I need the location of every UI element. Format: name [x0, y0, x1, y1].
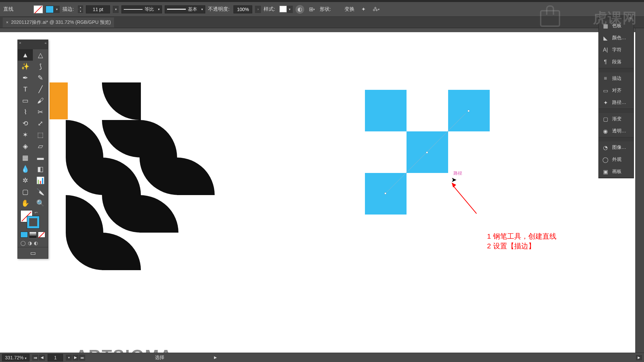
opacity-input[interactable]: 100% — [233, 5, 252, 13]
pathfinder-icon: ✦ — [602, 100, 609, 106]
scroll-left-icon[interactable]: ▶ — [214, 355, 217, 360]
document-tab[interactable]: × 20201127操作.ai* @ 331.72% (RGB/GPU 预览) — [3, 17, 114, 27]
slice-tool[interactable]: 🔪 — [33, 186, 48, 197]
opacity-label: 不透明度: — [208, 6, 229, 12]
transparency-icon: ◉ — [602, 128, 609, 134]
gradient-tool[interactable]: ▬ — [33, 152, 48, 163]
draw-behind-icon[interactable]: ◑ — [28, 240, 32, 246]
graph-tool[interactable]: 📊 — [33, 175, 48, 186]
eyedropper-tool[interactable]: 💧 — [18, 163, 33, 175]
panel-artboards[interactable]: ▣画板 — [599, 166, 634, 178]
stroke-color-swatch[interactable] — [46, 6, 54, 13]
panel-appearance[interactable]: ◯外观 — [599, 154, 634, 166]
stroke-icon: ≡ — [602, 75, 609, 81]
panel-close-icon[interactable]: × — [19, 41, 21, 45]
scroll-right-icon[interactable]: ▶ — [636, 355, 642, 360]
hand-tool[interactable]: ✋ — [18, 197, 33, 209]
type-tool[interactable]: T — [18, 83, 33, 95]
style-dropdown[interactable]: ▾ — [287, 6, 293, 13]
free-transform-tool[interactable]: ⬚ — [33, 129, 48, 140]
stroke-weight-input[interactable]: 11 pt — [86, 5, 110, 13]
panel-stroke[interactable]: ≡描边 — [599, 72, 634, 84]
gradient-mode-swatch[interactable] — [29, 232, 37, 238]
draw-inside-icon[interactable]: ◐ — [34, 240, 38, 246]
vertical-scrollbar[interactable] — [635, 28, 644, 353]
gradient-icon: ▢ — [602, 116, 609, 122]
panel-paragraph[interactable]: ¶段落 — [599, 56, 634, 68]
isolate-icon[interactable]: ✦ — [359, 5, 369, 14]
mesh-tool[interactable]: ▦ — [18, 152, 33, 163]
canvas[interactable]: ARTSIGMA D UP 路径 ➤ 1 钢笔工具，创建直线 2 设置【描边】 — [0, 32, 635, 353]
stroke-label: 描边: — [62, 6, 74, 12]
tool-name-label: 直线 — [3, 6, 13, 12]
paintbrush-tool[interactable]: 🖌 — [33, 95, 48, 106]
panel-character[interactable]: A|字符 — [599, 44, 634, 56]
align-icon[interactable]: ⊞▾ — [307, 5, 317, 14]
right-panels: » ▦色板 ◣颜色… A|字符 ¶段落 ≡描边 ▭对齐 ✦路径… ▢渐变 ◉透明… — [598, 15, 634, 178]
color-mode-swatch[interactable] — [20, 232, 28, 238]
style-swatch[interactable] — [279, 6, 287, 12]
align-panel-icon: ▭ — [602, 87, 609, 94]
selection-tool[interactable]: ▲ — [18, 49, 33, 61]
panel-transparency[interactable]: ◉透明… — [599, 125, 634, 137]
tools-panel: ×« ▲ △ ✨ ⟆ ✒ ✎ T ╱ ▭ 🖌 ⌇ ✂ ⟲ ⤢ ✶ ⬚ ◈ ▱ ▦… — [17, 40, 48, 259]
rotate-tool[interactable]: ⟲ — [18, 118, 33, 129]
stroke-color-dropdown[interactable]: ▾ — [54, 6, 60, 13]
panel-collapse-icon[interactable]: « — [45, 41, 47, 45]
close-tab-icon[interactable]: × — [6, 20, 8, 25]
eraser-tool[interactable]: ✂ — [33, 106, 48, 118]
width-tool[interactable]: ✶ — [18, 129, 33, 140]
stroke-box[interactable] — [27, 216, 39, 228]
recolor-icon[interactable]: ◐ — [296, 5, 304, 14]
profile-dropdown[interactable]: 等比▾ — [121, 5, 162, 13]
paragraph-icon: ¶ — [602, 59, 609, 65]
shape-builder-tool[interactable]: ◈ — [18, 140, 33, 152]
shaper-tool[interactable]: ⌇ — [18, 106, 33, 118]
direct-selection-tool[interactable]: △ — [33, 49, 48, 61]
panel-align[interactable]: ▭对齐 — [599, 84, 634, 97]
status-hint: 选择 — [155, 355, 164, 361]
artboard-nav[interactable]: ⏮◀ — [32, 355, 45, 361]
swap-fill-stroke-icon[interactable]: ⤺ — [35, 210, 38, 215]
stroke-spinner[interactable]: ▴▾ — [78, 5, 83, 13]
pen-tool[interactable]: ✒ — [18, 72, 33, 83]
zoom-tool[interactable]: 🔍 — [33, 197, 48, 209]
artboard-number[interactable]: 1 — [48, 354, 63, 361]
blend-tool[interactable]: ◧ — [33, 163, 48, 175]
panel-image-trace[interactable]: ◔图像… — [599, 141, 634, 154]
screen-mode-button[interactable]: ▭ — [18, 247, 48, 258]
appearance-icon: ◯ — [602, 157, 609, 163]
annotation-text: 1 钢笔工具，创建直线 2 设置【描边】 — [487, 231, 556, 251]
transform-label[interactable]: 变换 — [344, 6, 355, 12]
stroke-weight-dropdown[interactable]: ▾ — [113, 6, 119, 13]
perspective-tool[interactable]: ▱ — [33, 140, 48, 152]
style-label: 样式: — [264, 6, 275, 12]
fill-swatch[interactable] — [34, 5, 43, 13]
artboard-nav-next[interactable]: ▾▶⏭ — [66, 355, 85, 361]
brush-dropdown[interactable]: 基本▾ — [165, 5, 205, 13]
panel-color[interactable]: ◣颜色… — [599, 32, 634, 44]
watermark-logo — [540, 10, 560, 27]
color-icon: ◣ — [602, 35, 609, 41]
lasso-tool[interactable]: ⟆ — [33, 61, 48, 72]
status-bar: 331.72% ▾ ⏮◀ 1 ▾▶⏭ 选择 ▶ ▶ — [0, 353, 644, 362]
artboard-tool[interactable]: ▢ — [18, 186, 33, 197]
panel-gradient[interactable]: ▢渐变 — [599, 113, 634, 125]
rectangle-tool[interactable]: ▭ — [18, 95, 33, 106]
more-icon[interactable]: ⁂▾ — [371, 5, 381, 14]
image-trace-icon: ◔ — [602, 144, 609, 150]
scale-tool[interactable]: ⤢ — [33, 118, 48, 129]
magic-wand-tool[interactable]: ✨ — [18, 61, 33, 72]
line-tool[interactable]: ╱ — [33, 83, 48, 95]
document-title: 20201127操作.ai* @ 331.72% (RGB/GPU 预览) — [11, 19, 111, 25]
panel-pathfinder[interactable]: ✦路径… — [599, 97, 634, 109]
fill-stroke-control[interactable]: ⤺ — [18, 209, 48, 230]
draw-normal-icon[interactable]: ◯ — [20, 240, 26, 246]
none-mode-swatch[interactable] — [38, 232, 45, 238]
zoom-input[interactable]: 331.72% ▾ — [2, 354, 30, 361]
symbol-sprayer-tool[interactable]: ✲ — [18, 175, 33, 186]
work-area: ARTSIGMA D UP 路径 ➤ 1 钢笔工具，创建直线 2 设置【描边】 — [0, 28, 635, 353]
annotation-arrow — [452, 185, 477, 214]
curvature-tool[interactable]: ✎ — [33, 72, 48, 83]
opacity-dropdown[interactable]: › — [255, 6, 261, 13]
